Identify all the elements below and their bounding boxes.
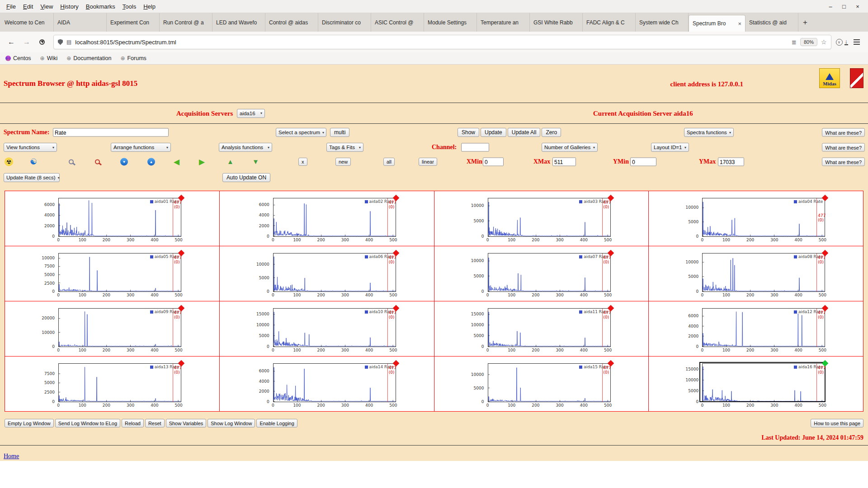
tab-spectrum-bro[interactable]: Spectrum Bro×	[689, 15, 745, 32]
tab-aida[interactable]: AIDA	[54, 13, 107, 32]
menu-edit[interactable]: Edit	[19, 2, 37, 11]
home-link[interactable]: Home	[4, 453, 19, 460]
spectrum-panel-aida12-rate[interactable]: 0200040006000aida12 Rate477(0)0100200300…	[649, 301, 863, 357]
back-button[interactable]: ←	[5, 35, 18, 49]
move-down-icon[interactable]: ▼	[252, 159, 259, 165]
pocket-icon[interactable]: ∨	[836, 39, 843, 46]
forward-button[interactable]: →	[20, 35, 33, 49]
spectrum-panel-aida09-rate[interactable]: 01000020000aida09 Rate477(0)010020030040…	[5, 301, 220, 357]
tags-fits-dropdown[interactable]: Tags & Fits ▾	[326, 143, 363, 152]
channel-input[interactable]	[461, 143, 489, 152]
linear-button[interactable]: linear	[419, 158, 437, 166]
view-functions-dropdown[interactable]: View functions ▾	[4, 143, 57, 152]
spectra-functions-dropdown[interactable]: Spectra functions ▾	[684, 128, 734, 137]
menu-file[interactable]: File	[3, 2, 19, 11]
xmax-input[interactable]	[552, 158, 576, 166]
update-all-button[interactable]: Update All	[508, 128, 541, 137]
tab-fadc-align-c[interactable]: FADC Align & C	[583, 13, 636, 32]
acquisition-server-select[interactable]: aida16 ▾	[237, 109, 265, 118]
site-info-icon[interactable]: ▤	[66, 39, 71, 45]
spectrum-panel-aida02-rate[interactable]: 0200040006000aida02 Rate477(0)0100200300…	[220, 191, 434, 246]
spectrum-panel-aida14-rate[interactable]: 0200040006000aida14 Rate477(0)0100200300…	[220, 357, 434, 412]
bookmark-forums[interactable]: ⊕Forums	[120, 55, 146, 61]
tab-temperature-an[interactable]: Temperature an	[477, 13, 530, 32]
menu-bookmarks[interactable]: Bookmarks	[82, 2, 119, 11]
show-log-window-button[interactable]: Show Log Window	[208, 419, 255, 427]
tab-module-settings[interactable]: Module Settings	[424, 13, 477, 32]
spectrum-panel-aida07-rate[interactable]: 0500010000aida07 Rate477(0)0100200300400…	[434, 246, 649, 301]
auto-update-button[interactable]: Auto Update ON	[222, 173, 270, 182]
spectrum-panel-aida03-rate[interactable]: 0500010000aida03 Rate477(0)0100200300400…	[434, 191, 649, 246]
tab-asic-control[interactable]: ASIC Control @	[371, 13, 424, 32]
maximize-button[interactable]: □	[837, 3, 851, 10]
ymin-input[interactable]	[630, 158, 656, 166]
update-button[interactable]: Update	[481, 128, 506, 137]
tracking-protection-shield-icon[interactable]	[58, 39, 63, 45]
spectrum-name-input[interactable]	[53, 128, 169, 137]
how-to-use-button[interactable]: How to use this page	[811, 419, 863, 427]
tab-led-and-wavefo[interactable]: LED and Wavefo	[212, 13, 265, 32]
layout-id-dropdown[interactable]: Layout ID=1 ▾	[651, 143, 689, 152]
tab-discriminator-co[interactable]: Discriminator co	[318, 13, 371, 32]
multi-button[interactable]: multi	[330, 128, 349, 137]
zoom-out-icon[interactable]	[95, 160, 100, 164]
tab-system-wide-ch[interactable]: System wide Ch	[636, 13, 689, 32]
empty-log-window-button[interactable]: Empty Log Window	[5, 419, 54, 427]
update-rate-dropdown[interactable]: Update Rate (8 secs) ▾	[4, 173, 60, 182]
close-button[interactable]: ×	[851, 3, 864, 10]
spectrum-panel-aida11-rate[interactable]: 050001000015000aida11 Rate477(0)01002003…	[434, 301, 649, 357]
reload-button[interactable]: Reload	[122, 419, 144, 427]
menu-tools[interactable]: Tools	[119, 2, 140, 11]
spectrum-panel-aida15-rate[interactable]: 0500010000aida15 Rate477(0)0100200300400…	[434, 357, 649, 412]
url-bar[interactable]: ▤ localhost:8015/Spectrum/Spectrum.tml ≣…	[53, 35, 831, 49]
menu-help[interactable]: Help	[140, 2, 159, 11]
what-are-these-button[interactable]: What are these?	[822, 128, 865, 137]
water-refresh-icon[interactable]: ☯	[30, 158, 37, 166]
spectrum-panel-aida05-rate[interactable]: 025005000750010000aida05 Rate477(0)01002…	[5, 246, 220, 301]
spectrum-panel-aida04-rate[interactable]: 0500010000aida04 Rate477(0)0100200300400…	[649, 191, 863, 246]
next-gallery-icon[interactable]: ▶	[199, 158, 205, 166]
all-button[interactable]: all	[383, 158, 395, 166]
tab-statistics-aid[interactable]: Statistics @ aid	[745, 13, 798, 32]
prev-gallery-icon[interactable]: ◀	[174, 158, 179, 166]
bookmark-documentation[interactable]: ⊕Documentation	[66, 55, 111, 61]
what-are-these-button[interactable]: What are these?	[822, 143, 865, 152]
bookmark-wiki[interactable]: ⊕Wiki	[40, 55, 58, 61]
reader-mode-icon[interactable]: ≣	[792, 39, 797, 46]
what-are-these-button[interactable]: What are these?	[822, 158, 865, 166]
bookmark-centos[interactable]: Centos	[5, 55, 31, 61]
move-up-icon[interactable]: ▲	[227, 159, 234, 165]
enable-logging-button[interactable]: Enable Logging	[256, 419, 297, 427]
menu-view[interactable]: View	[37, 2, 57, 11]
x-button[interactable]: x	[298, 158, 307, 166]
send-log-window-to-elog-button[interactable]: Send Log Window to ELog	[55, 419, 120, 427]
show-variables-button[interactable]: Show Variables	[166, 419, 207, 427]
select-spectrum-dropdown[interactable]: Select a spectrum ▾	[276, 128, 326, 137]
tab-welcome-to-cen[interactable]: Welcome to Cen	[1, 13, 54, 32]
spectrum-panel-aida16-rate[interactable]: 050001000015000aida16 Rate477(0)01002003…	[649, 357, 863, 412]
scroll-down-icon[interactable]: ▼	[120, 158, 128, 166]
tab-control-aidas[interactable]: Control @ aidas	[265, 13, 318, 32]
show-button[interactable]: Show	[458, 128, 479, 137]
zoom-level-indicator[interactable]: 80%	[800, 38, 817, 46]
radiation-icon[interactable]: ☢	[5, 158, 13, 166]
spectrum-panel-aida06-rate[interactable]: 0500010000aida06 Rate477(0)0100200300400…	[220, 246, 434, 301]
tab-close-icon[interactable]: ×	[738, 20, 741, 27]
arrange-functions-dropdown[interactable]: Arrange functions ▾	[111, 143, 171, 152]
menu-history[interactable]: History	[57, 2, 82, 11]
hamburger-menu-icon[interactable]	[854, 42, 860, 42]
zoom-in-icon[interactable]	[69, 160, 74, 164]
tab-gsi-white-rabb[interactable]: GSI White Rabb	[530, 13, 583, 32]
number-of-galleries-dropdown[interactable]: Number of Galleries ▾	[542, 143, 598, 152]
xmin-input[interactable]	[483, 158, 504, 166]
url-text[interactable]: localhost:8015/Spectrum/Spectrum.tml	[75, 39, 788, 46]
new-tab-button[interactable]: +	[798, 13, 812, 32]
new-button[interactable]: new	[335, 158, 351, 166]
ymax-input[interactable]	[718, 158, 744, 166]
scroll-up-icon[interactable]: ▲	[147, 158, 155, 166]
reload-button[interactable]	[35, 35, 49, 49]
tab-run-control-a[interactable]: Run Control @ a	[160, 13, 212, 32]
zero-button[interactable]: Zero	[542, 128, 561, 137]
spectrum-panel-aida08-rate[interactable]: 0500010000aida08 Rate477(0)0100200300400…	[649, 246, 863, 301]
spectrum-panel-aida10-rate[interactable]: 050001000015000aida10 Rate477(0)01002003…	[220, 301, 434, 357]
